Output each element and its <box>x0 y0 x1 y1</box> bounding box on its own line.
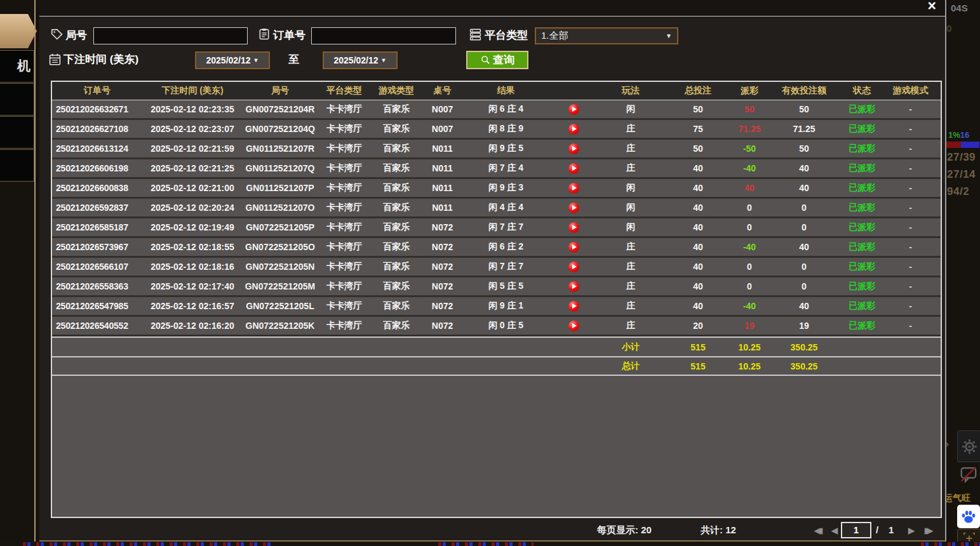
table-header-row: 订单号 下注时间 (美东) 局号 平台类型 游戏类型 桌号 结果 玩法 总投注 … <box>52 82 941 100</box>
table-row: 250212026613124 2025-02-12 02:21:59 GN01… <box>52 140 941 159</box>
date-from-picker[interactable]: 2025/02/12 ▼ <box>195 51 270 69</box>
col-header-result: 结果 <box>463 82 549 100</box>
cell-payout: 0 <box>733 258 766 276</box>
sidebar-item-4[interactable] <box>0 116 34 149</box>
cell-round: GN0112521207Q <box>243 159 318 177</box>
bet-history-dialog: × 局号 订单号 <box>39 0 946 542</box>
cell-total-bet: 40 <box>663 218 733 236</box>
first-page-button[interactable]: ◀◀ <box>814 526 822 535</box>
cell-table: N072 <box>422 297 463 315</box>
cell-status: 已派彩 <box>842 258 882 276</box>
cell-game: 百家乐 <box>371 179 422 197</box>
cell-status: 已派彩 <box>842 159 882 177</box>
per-page-label: 每页显示: 20 <box>597 524 652 536</box>
cell-time: 2025-02-12 02:19:49 <box>142 218 243 236</box>
prev-page-button[interactable]: ◀ <box>831 526 838 535</box>
total-row: 总计 515 10.25 350.25 <box>52 356 941 376</box>
cell-order: 250212026592837 <box>52 199 142 216</box>
replay-icon[interactable] <box>568 242 579 253</box>
cell-game-mode: - <box>882 179 939 197</box>
cell-platform: 卡卡湾厅 <box>318 159 371 177</box>
cell-table: N072 <box>422 238 463 256</box>
next-page-button[interactable]: ▶ <box>908 526 915 535</box>
order-input[interactable] <box>311 27 456 44</box>
cell-table: N011 <box>422 199 463 216</box>
table-row: 250212026600838 2025-02-12 02:21:00 GN01… <box>52 179 941 199</box>
platform-filter-label: 平台类型 <box>485 28 528 43</box>
replay-icon[interactable] <box>568 281 579 292</box>
last-page-button[interactable]: ▶▶ <box>925 526 933 535</box>
cell-valid-bet: 19 <box>766 317 842 335</box>
cell-game: 百家乐 <box>371 120 422 138</box>
chat-muted-icon <box>958 465 979 484</box>
cell-play-type: 庄 <box>598 258 663 276</box>
sidebar-item-active[interactable] <box>0 14 37 48</box>
page-number-input[interactable]: 1 <box>841 522 871 538</box>
cell-result: 闲 7 庄 7 <box>463 258 549 276</box>
settings-button[interactable] <box>957 430 980 462</box>
cell-game: 百家乐 <box>371 100 422 118</box>
cell-table: N011 <box>422 140 463 157</box>
total-bet: 515 <box>663 357 733 375</box>
cell-total-bet: 40 <box>663 238 733 256</box>
search-button[interactable]: 查询 <box>466 51 528 69</box>
table-row: 250212026606198 2025-02-12 02:21:25 GN01… <box>52 159 941 179</box>
cell-result: 闲 7 庄 7 <box>463 218 549 236</box>
platform-select[interactable]: 1.全部 ▼ <box>535 27 678 44</box>
date-from-value: 2025/02/12 <box>206 55 251 65</box>
col-header-mode: 游戏模式 <box>882 82 939 100</box>
total-payout: 10.25 <box>733 357 766 375</box>
cell-payout: 19 <box>733 317 766 335</box>
cell-order: 250212026613124 <box>52 140 142 157</box>
cell-game-mode: - <box>882 317 939 335</box>
order-filter-label: 订单号 <box>273 28 305 43</box>
subtotal-bet: 515 <box>663 338 733 356</box>
sidebar-item-5[interactable] <box>0 149 34 182</box>
close-icon[interactable]: × <box>928 0 936 14</box>
cell-game-mode: - <box>882 297 939 315</box>
banker-player-ratio-bar <box>946 142 979 148</box>
col-header-status: 状态 <box>842 82 882 100</box>
cell-platform: 卡卡湾厅 <box>318 238 371 256</box>
replay-icon[interactable] <box>568 301 579 312</box>
sidebar-item-machine[interactable]: 机 <box>0 50 34 83</box>
cell-status: 已派彩 <box>842 218 882 236</box>
background-game-edge: 04S 0 1%16 27/39 27/14 94/2 › <box>945 0 980 546</box>
replay-icon[interactable] <box>568 203 579 213</box>
replay-icon[interactable] <box>568 222 579 233</box>
total-count-label: 共计: 12 <box>701 524 736 536</box>
cell-status: 已派彩 <box>842 238 882 256</box>
cell-game: 百家乐 <box>371 297 422 315</box>
paw-app-button[interactable] <box>957 505 980 528</box>
replay-icon[interactable] <box>568 143 579 154</box>
cell-status: 已派彩 <box>842 199 882 216</box>
cell-game: 百家乐 <box>371 199 422 216</box>
replay-icon[interactable] <box>568 262 579 272</box>
chat-mute-button[interactable] <box>957 462 980 486</box>
round-input[interactable] <box>93 27 248 44</box>
cell-platform: 卡卡湾厅 <box>318 297 371 315</box>
replay-icon[interactable] <box>568 321 579 331</box>
col-header-payout: 派彩 <box>733 82 766 100</box>
cell-platform: 卡卡湾厅 <box>318 140 371 157</box>
cell-total-bet: 40 <box>663 277 733 295</box>
bet-table: 订单号 下注时间 (美东) 局号 平台类型 游戏类型 桌号 结果 玩法 总投注 … <box>51 81 942 518</box>
sidebar-item-3[interactable] <box>0 83 34 116</box>
cell-total-bet: 40 <box>663 297 733 315</box>
replay-icon[interactable] <box>568 124 579 135</box>
replay-icon[interactable] <box>568 163 579 174</box>
cell-game: 百家乐 <box>371 159 422 177</box>
replay-icon[interactable] <box>568 183 579 194</box>
cell-valid-bet: 50 <box>766 100 842 118</box>
background-roadmap-strip <box>0 542 980 546</box>
sidebar-item-label: 机 <box>0 51 34 81</box>
page-separator: / <box>876 524 878 535</box>
replay-icon[interactable] <box>568 104 579 115</box>
date-to-picker[interactable]: 2025/02/12 ▼ <box>323 51 398 69</box>
cell-order: 250212026600838 <box>52 179 142 197</box>
cell-total-bet: 40 <box>663 159 733 177</box>
col-header-table: 桌号 <box>422 82 463 100</box>
cell-payout: 40 <box>733 179 766 197</box>
cell-total-bet: 40 <box>663 179 733 197</box>
cell-result: 闲 6 庄 4 <box>463 100 549 118</box>
